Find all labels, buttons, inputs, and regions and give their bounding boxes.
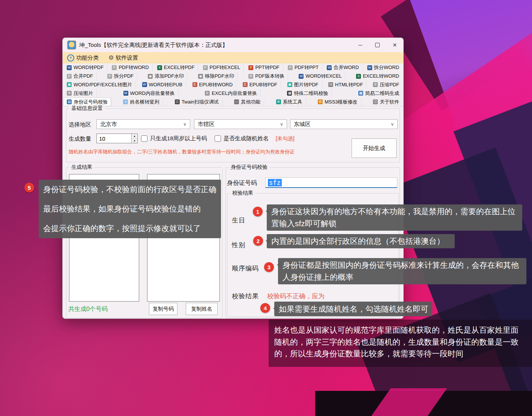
tab-system-tools[interactable]: ⚙系统工具: [273, 98, 306, 106]
pdf2excel-icon: P: [203, 65, 208, 70]
minimize-button[interactable]: [352, 38, 369, 52]
sequence-code-label: 顺序编码: [232, 264, 259, 273]
compress-pdf-icon: ❊: [373, 82, 378, 87]
menu-label: 功能分类: [76, 54, 99, 62]
tab-merge-word[interactable]: W合并WORD: [323, 63, 362, 72]
tab-pdf2excel[interactable]: PPDF转EXCEL: [200, 63, 244, 72]
tab-mss3-template-edit[interactable]: ⚙MSS3模板修改: [314, 98, 361, 106]
annotation-4-badge: 4: [260, 303, 270, 313]
system-tools-icon: ⚙: [276, 99, 281, 104]
annotation-1-tooltip: 身份证这块因为有的地方不给有本功能，我是禁用的，需要的在图上位置输入sfz即可解…: [267, 204, 522, 231]
stepper-up-icon[interactable]: ▲: [132, 134, 137, 139]
tab-word2epub[interactable]: WWORD转EPUB: [139, 81, 186, 89]
annotation-footer-text: 姓名也是从国家认可的规范字库里面随机获取的，姓氏是从百家姓里面随机的，两字三字的…: [274, 324, 525, 360]
tab-word-batch-replace[interactable]: WWORD内容批量替换: [120, 89, 179, 98]
tab-other-functions[interactable]: ⋯其他功能: [231, 98, 264, 106]
copy-name-button[interactable]: 复制姓名: [186, 303, 218, 315]
tab-pdf2ppt[interactable]: PPDF转PPT: [284, 63, 322, 72]
random-name-note: 随机姓名由字库随机抽取组合，二字/三字姓名随机，数量较多时需等待一段时间；身份证…: [69, 149, 295, 155]
screen: 坤_Tools【软件完全离线|更新请看关于软件|版本：正式版】 ✕ Y 功能分类…: [0, 0, 532, 416]
start-generate-button[interactable]: 开始生成: [352, 138, 397, 158]
tab-label: 压缩PDF: [380, 81, 399, 88]
tab-epub2pdf[interactable]: EEPUB转PDF: [239, 81, 281, 89]
remove-pdf-watermark-icon: ◉: [198, 74, 203, 79]
window-controls: ✕: [352, 38, 403, 52]
annotation-5-line: 身份证号码校验，不校验前面的行政区号是否正确: [39, 180, 221, 199]
tab-label: 姓名横转竖列: [130, 99, 159, 105]
minimize-icon: [358, 45, 362, 45]
adult-only-label: 只生成18周岁以上号码: [150, 135, 207, 142]
tab-compress-pdf[interactable]: ❊压缩PDF: [370, 81, 403, 89]
quantity-stepper[interactable]: 10 ▲ ▼: [96, 134, 138, 143]
tab-html2pdf[interactable]: HHTML转PDF: [325, 81, 367, 89]
pdf2word-icon: P: [112, 65, 117, 70]
tab-label: EXCEL转WORD: [363, 73, 399, 80]
tab-label: 添加PDF水印: [155, 73, 184, 80]
gender-label: 性别: [232, 241, 245, 249]
menubar: Y 功能分类 ⚙ 软件设置: [63, 52, 403, 63]
tab-epub2word[interactable]: EEPUB转WORD: [189, 81, 237, 89]
tab-split-word[interactable]: W拆分WORD: [364, 63, 403, 72]
tab-name-transpose[interactable]: ≡姓名横转竖列: [120, 98, 163, 106]
tab-word2pdf[interactable]: WWORD转PDF: [63, 63, 107, 72]
word-batch-replace-icon: W: [123, 91, 128, 96]
tab-excel2pdf[interactable]: XEXCEL转PDF: [154, 63, 198, 72]
merge-word-icon: W: [327, 65, 332, 70]
city-value: 市辖区: [198, 121, 215, 128]
stepper-down-icon[interactable]: ▼: [132, 139, 137, 143]
tab-compress-image[interactable]: ❊压缩图片: [63, 89, 97, 98]
word2excel-icon: W: [299, 74, 304, 79]
menu-software-settings[interactable]: ⚙ 软件设置: [108, 54, 138, 62]
random-name-checkbox[interactable]: 是否生成随机姓名: [215, 134, 269, 143]
pdf2ppt-icon: P: [288, 65, 293, 70]
tab-simple-qr-generate[interactable]: ▦简易二维码生成: [355, 89, 403, 98]
province-select[interactable]: 北京市 ∨: [96, 119, 190, 129]
tab-label: 移除PDF水印: [205, 73, 234, 80]
copy-number-button[interactable]: 复制号码: [149, 303, 177, 315]
split-pdf-icon: P: [107, 74, 112, 79]
tab-merge-pdf[interactable]: P合并PDF: [63, 72, 97, 81]
tab-split-pdf[interactable]: P拆分PDF: [104, 72, 137, 81]
menu-function-category[interactable]: Y 功能分类: [67, 54, 99, 62]
district-select[interactable]: 东城区 ∨: [290, 119, 398, 129]
adult-only-checkbox[interactable]: 只生成18周岁以上号码: [141, 134, 207, 143]
chevron-down-icon: ∨: [391, 122, 394, 127]
tab-label: 压缩图片: [74, 90, 93, 97]
pdf-version-convert-icon: P: [248, 74, 253, 79]
word2pdf-icon: W: [67, 65, 72, 70]
special-qr-verify-icon: ▦: [287, 91, 292, 96]
tab-row-1: WWORD转PDFPPDF转WORDXEXCEL转PDFPPDF转EXCELPP…: [63, 63, 403, 72]
groupbox-legend: 基础信息设置: [69, 105, 105, 112]
tab-pdf-version-convert[interactable]: PPDF版本转换: [245, 72, 288, 81]
tab-label: PDF转PPT: [295, 64, 319, 71]
tab-label: 关于软件: [380, 99, 399, 105]
tab-office2image[interactable]: ▣WORD/PDF/EXCEL转图片: [63, 81, 136, 89]
chevron-down-icon: ∨: [183, 122, 186, 127]
excel2word-icon: X: [356, 74, 361, 79]
city-select[interactable]: 市辖区 ∨: [194, 119, 287, 129]
maximize-button[interactable]: [369, 38, 386, 52]
tab-label: EXCEL内容批量替换: [212, 90, 257, 97]
tab-special-qr-verify[interactable]: ▦特殊二维码校验: [284, 89, 332, 98]
tab-excel2word[interactable]: XEXCEL转WORD: [353, 72, 403, 81]
tab-ppt2pdf[interactable]: PPPT转PDF: [245, 63, 283, 72]
tab-label: WORD内容批量替换: [130, 90, 175, 97]
tab-word2excel[interactable]: WWORD转EXCEL: [295, 72, 346, 81]
tab-twain-scanner-debug[interactable]: ⎙Twain扫描仪调试: [171, 98, 222, 106]
tab-image2pdf[interactable]: ▣图片转PDF: [284, 81, 322, 89]
tab-label: Twain扫描仪调试: [182, 99, 219, 105]
tab-excel-batch-replace[interactable]: EEXCEL内容批量替换: [201, 89, 261, 98]
tab-remove-pdf-watermark[interactable]: ◉移除PDF水印: [195, 72, 238, 81]
tab-pdf2word[interactable]: PPDF转WORD: [108, 63, 152, 72]
mss3-template-edit-icon: ⚙: [318, 99, 323, 104]
stepper-buttons: ▲ ▼: [131, 134, 137, 143]
close-button[interactable]: ✕: [386, 38, 403, 52]
tab-add-pdf-watermark[interactable]: ◉添加PDF水印: [144, 72, 188, 81]
tab-label: WORD转EPUB: [149, 81, 183, 88]
tab-strip: WWORD转PDFPPDF转WORDXEXCEL转PDFPPDF转EXCELPP…: [63, 63, 403, 107]
annotation-2-badge: 2: [253, 236, 263, 246]
simple-qr-generate-icon: ▦: [358, 91, 363, 96]
id-number-input[interactable]: sfz: [265, 177, 397, 188]
tab-about-software[interactable]: ⓘ关于软件: [370, 98, 403, 106]
category-icon: Y: [67, 54, 74, 62]
